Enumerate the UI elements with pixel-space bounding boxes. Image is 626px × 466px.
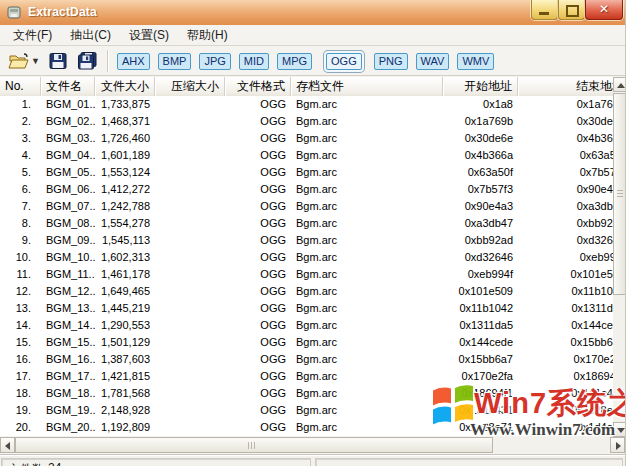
menu-file[interactable]: 文件(F) — [4, 25, 61, 46]
cell-start: 0xeb994f — [443, 266, 518, 283]
title-bar: ExtractData ✕ — [0, 0, 626, 25]
cell-archive: Bgm.arc — [291, 96, 443, 113]
vertical-scroll-thumb[interactable] — [613, 93, 626, 295]
cell-compressed — [155, 96, 225, 113]
column-header-end[interactable]: 结束地址 — [518, 77, 613, 96]
maximize-button[interactable] — [558, 0, 585, 20]
table-row[interactable]: 12.BGM_12...1,649,465OGGBgm.arc0x101e509… — [0, 283, 613, 300]
table-row[interactable]: 9.BGM_09...1,545,113OGGBgm.arc0xbb92ad0x… — [0, 232, 613, 249]
cell-name: BGM_10... — [41, 249, 95, 266]
cell-no: 11. — [0, 266, 41, 283]
folder-open-icon[interactable] — [8, 51, 29, 71]
table-row[interactable]: 3.BGM_03...1,726,460OGGBgm.arc0x30de6e0x… — [0, 130, 613, 147]
scroll-down-button[interactable] — [613, 422, 626, 437]
table-row[interactable]: 13.BGM_13...1,445,219OGGBgm.arc0x11b1042… — [0, 300, 613, 317]
horizontal-scroll-thumb[interactable] — [15, 437, 493, 453]
table-row[interactable]: 4.BGM_04...1,601,189OGGBgm.arc0x4b366a0x… — [0, 147, 613, 164]
table-row[interactable]: 19.BGM_19...2,148,928OGGBgm.arc0x1a1c431… — [0, 402, 613, 419]
cell-end: 0xeb994f — [518, 249, 613, 266]
table-row[interactable]: 8.BGM_08...1,554,278OGGBgm.arc0xa3db470x… — [0, 215, 613, 232]
table-row[interactable]: 1.BGM_01...1,733,875OGGBgm.arc0x1a80x1a7… — [0, 96, 613, 113]
cell-compressed — [155, 249, 225, 266]
table-row[interactable]: 14.BGM_14...1,290,553OGGBgm.arc0x1311da5… — [0, 317, 613, 334]
cell-compressed — [155, 181, 225, 198]
cell-no: 4. — [0, 147, 41, 164]
cell-size: 1,421,815 — [95, 368, 155, 385]
column-header-size[interactable]: 文件大小 — [95, 77, 155, 96]
cell-end: 0x170e2fa — [518, 351, 613, 368]
table-row[interactable]: 15.BGM_15...1,501,129OGGBgm.arc0x144cede… — [0, 334, 613, 351]
scroll-up-button[interactable] — [613, 77, 626, 92]
table-row[interactable]: 17.BGM_17...1,421,815OGGBgm.arc0x170e2fa… — [0, 368, 613, 385]
menu-bar: 文件(F) 抽出(C) 设置(S) 帮助(H) — [0, 25, 626, 46]
table-row[interactable]: 2.BGM_02...1,468,371OGGBgm.arc0x1a769b0x… — [0, 113, 613, 130]
cell-compressed — [155, 368, 225, 385]
cell-name: BGM_06... — [41, 181, 95, 198]
cell-size: 1,781,568 — [95, 385, 155, 402]
save-all-icon[interactable] — [75, 51, 99, 71]
table-row[interactable]: 5.BGM_05...1,553,124OGGBgm.arc0x63a50f0x… — [0, 164, 613, 181]
cell-start: 0x1a769b — [443, 113, 518, 130]
cell-archive: Bgm.arc — [291, 300, 443, 317]
cell-size: 1,601,189 — [95, 147, 155, 164]
menu-help[interactable]: 帮助(H) — [178, 25, 237, 46]
table-header: No.文件名文件大小压缩大小文件格式存档文件开始地址结束地址 — [0, 77, 613, 97]
window-title: ExtractData — [28, 5, 97, 19]
cell-no: 10. — [0, 249, 41, 266]
scroll-left-button[interactable] — [0, 437, 15, 453]
column-header-name[interactable]: 文件名 — [41, 77, 95, 96]
column-header-compressed[interactable]: 压缩大小 — [155, 77, 225, 96]
format-button[interactable]: WMV — [457, 53, 494, 70]
close-button[interactable]: ✕ — [585, 0, 623, 20]
column-header-format[interactable]: 文件格式 — [225, 77, 291, 96]
cell-start: 0x1311da5 — [443, 317, 518, 334]
format-button[interactable]: MID — [239, 53, 269, 70]
cell-start: 0x101e509 — [443, 283, 518, 300]
table-row[interactable]: 10.BGM_10...1,602,313OGGBgm.arc0xd326460… — [0, 249, 613, 266]
table-row[interactable]: 7.BGM_07...1,242,788OGGBgm.arc0x90e4a30x… — [0, 198, 613, 215]
menu-settings[interactable]: 设置(S) — [120, 25, 178, 46]
table-row[interactable]: 18.BGM_18...1,781,568OGGBgm.arc0x18694f1… — [0, 385, 613, 402]
cell-archive: Bgm.arc — [291, 215, 443, 232]
table-row[interactable]: 16.BGM_16...1,387,603OGGBgm.arc0x15bb6a7… — [0, 351, 613, 368]
cell-end: 0x1a1c431 — [518, 385, 613, 402]
cell-archive: Bgm.arc — [291, 164, 443, 181]
format-button[interactable]: OGG — [326, 53, 362, 70]
cell-size: 1,602,313 — [95, 249, 155, 266]
menu-extract[interactable]: 抽出(C) — [61, 25, 120, 46]
cell-archive: Bgm.arc — [291, 198, 443, 215]
format-button[interactable]: JPG — [199, 53, 230, 70]
cell-compressed — [155, 419, 225, 436]
vertical-scrollbar[interactable] — [613, 77, 626, 437]
minimize-button[interactable] — [531, 0, 558, 20]
open-dropdown-caret-icon[interactable]: ▼ — [31, 56, 40, 66]
cell-compressed — [155, 164, 225, 181]
format-button[interactable]: AHX — [117, 53, 150, 70]
cell-start: 0x170e2fa — [443, 368, 518, 385]
cell-end: 0x1d4e1d — [518, 419, 613, 436]
scroll-right-button[interactable] — [610, 437, 625, 453]
cell-end: 0x1a769b — [518, 96, 613, 113]
save-icon[interactable] — [49, 51, 67, 71]
cell-archive: Bgm.arc — [291, 351, 443, 368]
table-row[interactable]: 20.BGM_20...1,192,809OGGBgm.arc0x1c28e71… — [0, 419, 613, 436]
cell-start: 0x90e4a3 — [443, 198, 518, 215]
format-button[interactable]: WAV — [416, 53, 450, 70]
cell-compressed — [155, 266, 225, 283]
format-button[interactable]: MPG — [277, 53, 312, 70]
format-button[interactable]: PNG — [374, 53, 408, 70]
cell-name: BGM_09... — [41, 232, 95, 249]
app-icon — [6, 4, 22, 20]
cell-archive: Bgm.arc — [291, 249, 443, 266]
table-row[interactable]: 6.BGM_06...1,412,272OGGBgm.arc0x7b57f30x… — [0, 181, 613, 198]
cell-compressed — [155, 317, 225, 334]
column-header-archive[interactable]: 存档文件 — [291, 77, 443, 96]
column-header-no[interactable]: No. — [0, 77, 41, 96]
column-header-start[interactable]: 开始地址 — [443, 77, 518, 96]
horizontal-scrollbar[interactable] — [0, 437, 626, 453]
cell-start: 0x18694f1 — [443, 385, 518, 402]
cell-size: 1,242,788 — [95, 198, 155, 215]
cell-end: 0x11b1042 — [518, 283, 613, 300]
format-button[interactable]: BMP — [158, 53, 192, 70]
table-row[interactable]: 11.BGM_11...1,461,178OGGBgm.arc0xeb994f0… — [0, 266, 613, 283]
